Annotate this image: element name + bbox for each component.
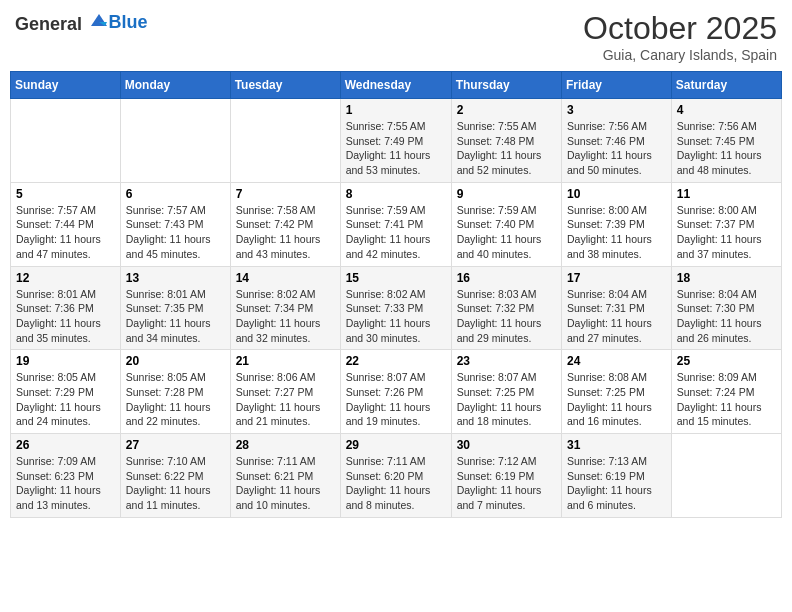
cell-line: Sunset: 7:31 PM bbox=[567, 301, 666, 316]
cell-content: Sunrise: 7:13 AMSunset: 6:19 PMDaylight:… bbox=[567, 454, 666, 513]
logo-text-general: General bbox=[15, 14, 82, 34]
cell-line: Sunset: 7:32 PM bbox=[457, 301, 556, 316]
cell-content: Sunrise: 8:07 AMSunset: 7:25 PMDaylight:… bbox=[457, 370, 556, 429]
calendar-cell: 19Sunrise: 8:05 AMSunset: 7:29 PMDayligh… bbox=[11, 350, 121, 434]
cell-line: Sunset: 7:35 PM bbox=[126, 301, 225, 316]
cell-line: Sunrise: 7:58 AM bbox=[236, 203, 335, 218]
cell-line: Sunrise: 8:07 AM bbox=[457, 370, 556, 385]
cell-line: Sunset: 6:22 PM bbox=[126, 469, 225, 484]
cell-line: Daylight: 11 hours and 52 minutes. bbox=[457, 148, 556, 177]
day-number: 6 bbox=[126, 187, 225, 201]
cell-line: Sunset: 7:48 PM bbox=[457, 134, 556, 149]
cell-line: Sunrise: 8:00 AM bbox=[567, 203, 666, 218]
calendar-cell: 12Sunrise: 8:01 AMSunset: 7:36 PMDayligh… bbox=[11, 266, 121, 350]
calendar-cell: 29Sunrise: 7:11 AMSunset: 6:20 PMDayligh… bbox=[340, 434, 451, 518]
cell-line: Sunrise: 7:11 AM bbox=[236, 454, 335, 469]
cell-line: Sunset: 7:46 PM bbox=[567, 134, 666, 149]
cell-line: Daylight: 11 hours and 24 minutes. bbox=[16, 400, 115, 429]
calendar-cell: 28Sunrise: 7:11 AMSunset: 6:21 PMDayligh… bbox=[230, 434, 340, 518]
cell-line: Sunrise: 8:01 AM bbox=[126, 287, 225, 302]
calendar-cell: 3Sunrise: 7:56 AMSunset: 7:46 PMDaylight… bbox=[562, 99, 672, 183]
cell-line: Sunset: 7:37 PM bbox=[677, 217, 776, 232]
day-number: 28 bbox=[236, 438, 335, 452]
calendar-week-row: 5Sunrise: 7:57 AMSunset: 7:44 PMDaylight… bbox=[11, 182, 782, 266]
cell-line: Daylight: 11 hours and 13 minutes. bbox=[16, 483, 115, 512]
cell-line: Sunset: 6:19 PM bbox=[457, 469, 556, 484]
cell-content: Sunrise: 7:12 AMSunset: 6:19 PMDaylight:… bbox=[457, 454, 556, 513]
calendar-cell bbox=[671, 434, 781, 518]
calendar-cell bbox=[120, 99, 230, 183]
cell-line: Daylight: 11 hours and 22 minutes. bbox=[126, 400, 225, 429]
cell-content: Sunrise: 7:57 AMSunset: 7:44 PMDaylight:… bbox=[16, 203, 115, 262]
cell-line: Sunrise: 8:08 AM bbox=[567, 370, 666, 385]
day-number: 3 bbox=[567, 103, 666, 117]
calendar-cell: 18Sunrise: 8:04 AMSunset: 7:30 PMDayligh… bbox=[671, 266, 781, 350]
calendar-cell: 25Sunrise: 8:09 AMSunset: 7:24 PMDayligh… bbox=[671, 350, 781, 434]
cell-content: Sunrise: 7:09 AMSunset: 6:23 PMDaylight:… bbox=[16, 454, 115, 513]
calendar-cell: 13Sunrise: 8:01 AMSunset: 7:35 PMDayligh… bbox=[120, 266, 230, 350]
cell-line: Daylight: 11 hours and 45 minutes. bbox=[126, 232, 225, 261]
cell-line: Sunrise: 8:06 AM bbox=[236, 370, 335, 385]
cell-line: Sunset: 7:29 PM bbox=[16, 385, 115, 400]
day-number: 12 bbox=[16, 271, 115, 285]
calendar-cell: 9Sunrise: 7:59 AMSunset: 7:40 PMDaylight… bbox=[451, 182, 561, 266]
calendar-week-row: 26Sunrise: 7:09 AMSunset: 6:23 PMDayligh… bbox=[11, 434, 782, 518]
cell-content: Sunrise: 8:04 AMSunset: 7:31 PMDaylight:… bbox=[567, 287, 666, 346]
header-wednesday: Wednesday bbox=[340, 72, 451, 99]
cell-line: Sunset: 7:49 PM bbox=[346, 134, 446, 149]
cell-line: Sunset: 6:19 PM bbox=[567, 469, 666, 484]
calendar-week-row: 1Sunrise: 7:55 AMSunset: 7:49 PMDaylight… bbox=[11, 99, 782, 183]
logo-text-blue: Blue bbox=[109, 12, 148, 32]
calendar-cell: 14Sunrise: 8:02 AMSunset: 7:34 PMDayligh… bbox=[230, 266, 340, 350]
cell-line: Daylight: 11 hours and 11 minutes. bbox=[126, 483, 225, 512]
day-number: 14 bbox=[236, 271, 335, 285]
calendar-cell: 31Sunrise: 7:13 AMSunset: 6:19 PMDayligh… bbox=[562, 434, 672, 518]
day-number: 21 bbox=[236, 354, 335, 368]
day-number: 16 bbox=[457, 271, 556, 285]
cell-line: Daylight: 11 hours and 35 minutes. bbox=[16, 316, 115, 345]
cell-line: Daylight: 11 hours and 43 minutes. bbox=[236, 232, 335, 261]
cell-line: Sunrise: 8:00 AM bbox=[677, 203, 776, 218]
page-header: General Blue October 2025 Guia, Canary I… bbox=[10, 10, 782, 63]
cell-line: Daylight: 11 hours and 30 minutes. bbox=[346, 316, 446, 345]
calendar-cell: 15Sunrise: 8:02 AMSunset: 7:33 PMDayligh… bbox=[340, 266, 451, 350]
cell-line: Daylight: 11 hours and 50 minutes. bbox=[567, 148, 666, 177]
cell-content: Sunrise: 7:59 AMSunset: 7:41 PMDaylight:… bbox=[346, 203, 446, 262]
cell-line: Sunrise: 7:12 AM bbox=[457, 454, 556, 469]
cell-line: Sunset: 7:34 PM bbox=[236, 301, 335, 316]
header-sunday: Sunday bbox=[11, 72, 121, 99]
cell-line: Sunrise: 8:03 AM bbox=[457, 287, 556, 302]
cell-content: Sunrise: 8:05 AMSunset: 7:29 PMDaylight:… bbox=[16, 370, 115, 429]
cell-line: Sunrise: 8:01 AM bbox=[16, 287, 115, 302]
cell-line: Sunrise: 7:13 AM bbox=[567, 454, 666, 469]
cell-content: Sunrise: 7:11 AMSunset: 6:20 PMDaylight:… bbox=[346, 454, 446, 513]
calendar-cell: 21Sunrise: 8:06 AMSunset: 7:27 PMDayligh… bbox=[230, 350, 340, 434]
header-tuesday: Tuesday bbox=[230, 72, 340, 99]
calendar-cell: 17Sunrise: 8:04 AMSunset: 7:31 PMDayligh… bbox=[562, 266, 672, 350]
day-number: 2 bbox=[457, 103, 556, 117]
cell-line: Daylight: 11 hours and 8 minutes. bbox=[346, 483, 446, 512]
day-number: 20 bbox=[126, 354, 225, 368]
cell-line: Sunset: 7:42 PM bbox=[236, 217, 335, 232]
day-number: 27 bbox=[126, 438, 225, 452]
day-number: 10 bbox=[567, 187, 666, 201]
calendar-cell: 11Sunrise: 8:00 AMSunset: 7:37 PMDayligh… bbox=[671, 182, 781, 266]
cell-content: Sunrise: 8:01 AMSunset: 7:36 PMDaylight:… bbox=[16, 287, 115, 346]
cell-line: Sunset: 7:39 PM bbox=[567, 217, 666, 232]
day-number: 19 bbox=[16, 354, 115, 368]
cell-content: Sunrise: 7:56 AMSunset: 7:45 PMDaylight:… bbox=[677, 119, 776, 178]
cell-content: Sunrise: 7:59 AMSunset: 7:40 PMDaylight:… bbox=[457, 203, 556, 262]
calendar-cell: 8Sunrise: 7:59 AMSunset: 7:41 PMDaylight… bbox=[340, 182, 451, 266]
calendar-cell: 26Sunrise: 7:09 AMSunset: 6:23 PMDayligh… bbox=[11, 434, 121, 518]
cell-content: Sunrise: 8:07 AMSunset: 7:26 PMDaylight:… bbox=[346, 370, 446, 429]
month-title: October 2025 bbox=[583, 10, 777, 47]
cell-line: Daylight: 11 hours and 47 minutes. bbox=[16, 232, 115, 261]
cell-line: Sunrise: 7:56 AM bbox=[677, 119, 776, 134]
calendar-week-row: 19Sunrise: 8:05 AMSunset: 7:29 PMDayligh… bbox=[11, 350, 782, 434]
day-number: 5 bbox=[16, 187, 115, 201]
cell-line: Daylight: 11 hours and 37 minutes. bbox=[677, 232, 776, 261]
calendar-cell: 5Sunrise: 7:57 AMSunset: 7:44 PMDaylight… bbox=[11, 182, 121, 266]
cell-line: Sunset: 7:33 PM bbox=[346, 301, 446, 316]
day-number: 23 bbox=[457, 354, 556, 368]
cell-content: Sunrise: 8:02 AMSunset: 7:33 PMDaylight:… bbox=[346, 287, 446, 346]
